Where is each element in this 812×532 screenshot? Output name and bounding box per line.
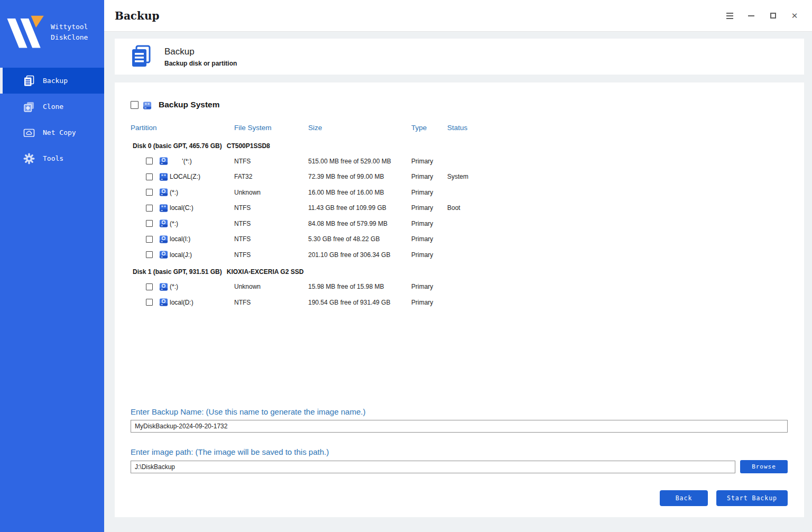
partition-cell: local(D:) xyxy=(131,298,234,307)
sidebar-item-label: Backup xyxy=(43,77,68,85)
size-cell: 72.39 MB free of 99.00 MB xyxy=(308,173,411,180)
sidebar-item-backup[interactable]: Backup xyxy=(0,68,104,94)
net-copy-icon xyxy=(23,127,35,139)
partition-checkbox[interactable] xyxy=(146,283,153,290)
partition-cell: LOCAL(Z:) xyxy=(131,172,234,181)
file-system-cell: Unknown xyxy=(234,189,308,196)
section-header-card: Backup Backup disk or partition xyxy=(115,39,804,75)
backup-system-label: Backup System xyxy=(159,100,219,109)
image-path-row: Browse xyxy=(131,460,788,473)
partition-checkbox[interactable] xyxy=(146,189,153,196)
partition-cell: local(I:) xyxy=(131,235,234,244)
partition-row[interactable]: (*:)Unknown16.00 MB free of 16.00 MBPrim… xyxy=(131,185,788,200)
partition-cell: local(J:) xyxy=(131,250,234,259)
partition-name: (*:) xyxy=(170,283,178,290)
disk-partition-icon xyxy=(159,235,168,244)
sidebar-item-net-copy[interactable]: Net Copy xyxy=(0,120,104,145)
partition-row[interactable]: local(D:)NTFS190.54 GB free of 931.49 GB… xyxy=(131,295,788,310)
sidebar-item-label: Tools xyxy=(43,154,63,162)
partition-row[interactable]: '(*:)NTFS515.00 MB free of 529.00 MBPrim… xyxy=(131,153,788,169)
section-header-text: Backup Backup disk or partition xyxy=(164,47,237,67)
partition-checkbox[interactable] xyxy=(146,205,153,212)
partition-name: (*:) xyxy=(170,220,178,227)
file-system-cell: NTFS xyxy=(234,235,308,243)
disk-partition-icon xyxy=(159,157,168,166)
col-file-system: File System xyxy=(234,124,308,132)
brand: Wittytool DiskClone xyxy=(0,0,104,51)
col-partition: Partition xyxy=(131,124,234,132)
partition-name: local(C:) xyxy=(170,204,193,212)
section-title: Backup xyxy=(164,47,237,57)
partition-name: '(*:) xyxy=(170,158,192,165)
sidebar-item-tools[interactable]: Tools xyxy=(0,145,104,171)
brand-line2: DiskClone xyxy=(51,32,88,43)
brand-text: Wittytool DiskClone xyxy=(51,22,88,43)
type-cell: Primary xyxy=(411,299,447,306)
file-system-cell: Unknown xyxy=(234,283,308,290)
page-title: Backup xyxy=(115,10,159,22)
system-disk-icon xyxy=(143,100,152,109)
disk-name: Disk 0 (basic GPT, 465.76 GB) xyxy=(133,142,222,150)
backup-docs-icon xyxy=(131,45,152,68)
partition-cell: local(C:) xyxy=(131,204,234,213)
disk-model: KIOXIA-EXCERIA G2 SSD xyxy=(227,268,304,276)
size-cell: 201.10 GB free of 306.34 GB xyxy=(308,251,411,259)
sidebar-item-label: Net Copy xyxy=(43,129,76,136)
start-backup-button[interactable]: Start Backup xyxy=(716,490,788,506)
gear-icon xyxy=(23,153,35,164)
minimize-icon[interactable] xyxy=(746,11,756,21)
partition-row[interactable]: (*:)Unknown15.98 MB free of 15.98 MBPrim… xyxy=(131,279,788,295)
partition-checkbox[interactable] xyxy=(146,236,153,243)
section-subtitle: Backup disk or partition xyxy=(164,60,237,67)
partition-checkbox[interactable] xyxy=(146,299,153,306)
backup-system-checkbox[interactable] xyxy=(131,101,139,109)
file-system-cell: NTFS xyxy=(234,220,308,227)
sidebar-item-label: Clone xyxy=(43,103,63,111)
file-system-cell: NTFS xyxy=(234,158,308,165)
disk-partition-icon xyxy=(159,219,168,228)
disk-header: Disk 0 (basic GPT, 465.76 GB)CT500P1SSD8 xyxy=(133,142,788,150)
disk-partition-icon xyxy=(159,172,168,181)
partition-row[interactable]: local(I:)NTFS5.30 GB free of 48.22 GBPri… xyxy=(131,232,788,247)
hamburger-menu-icon[interactable] xyxy=(725,11,734,21)
partition-row[interactable]: LOCAL(Z:)FAT3272.39 MB free of 99.00 MBP… xyxy=(131,169,788,185)
titlebar: Backup ✕ xyxy=(104,0,812,32)
partition-checkbox[interactable] xyxy=(146,173,153,180)
partition-row[interactable]: (*:)NTFS84.08 MB free of 579.99 MBPrimar… xyxy=(131,216,788,232)
col-status: Status xyxy=(447,124,788,132)
close-icon[interactable]: ✕ xyxy=(790,11,799,21)
partition-checkbox[interactable] xyxy=(146,220,153,227)
partition-checkbox[interactable] xyxy=(146,158,153,164)
type-cell: Primary xyxy=(411,235,447,243)
size-cell: 5.30 GB free of 48.22 GB xyxy=(308,235,411,243)
app-window: Wittytool DiskClone Backup xyxy=(0,0,812,532)
status-cell: Boot xyxy=(447,204,788,212)
file-system-cell: NTFS xyxy=(234,204,308,212)
image-path-input[interactable] xyxy=(131,461,735,473)
size-cell: 15.98 MB free of 15.98 MB xyxy=(308,283,411,290)
partition-groups: Disk 0 (basic GPT, 465.76 GB)CT500P1SSD8… xyxy=(131,142,788,310)
disk-group: Disk 0 (basic GPT, 465.76 GB)CT500P1SSD8… xyxy=(131,142,788,263)
clone-icon xyxy=(23,101,35,113)
partition-row[interactable]: local(J:)NTFS201.10 GB free of 306.34 GB… xyxy=(131,247,788,263)
partition-cell: '(*:) xyxy=(131,157,234,166)
file-system-cell: FAT32 xyxy=(234,173,308,180)
partition-checkbox[interactable] xyxy=(146,251,153,258)
type-cell: Primary xyxy=(411,220,447,227)
image-path-label: Enter image path: (The image will be sav… xyxy=(131,447,788,456)
size-cell: 16.00 MB free of 16.00 MB xyxy=(308,189,411,196)
disk-partition-icon xyxy=(159,188,168,197)
type-cell: Primary xyxy=(411,189,447,196)
backup-docs-icon xyxy=(23,75,35,87)
partition-name: (*:) xyxy=(170,189,178,196)
back-button[interactable]: Back xyxy=(660,490,708,506)
partition-row[interactable]: local(C:)NTFS11.43 GB free of 109.99 GBP… xyxy=(131,200,788,216)
disk-header: Disk 1 (basic GPT, 931.51 GB)KIOXIA-EXCE… xyxy=(133,268,788,276)
browse-button[interactable]: Browse xyxy=(740,460,788,473)
disk-group: Disk 1 (basic GPT, 931.51 GB)KIOXIA-EXCE… xyxy=(131,268,788,310)
maximize-icon[interactable] xyxy=(768,11,778,21)
sidebar-menu: Backup Clone xyxy=(0,68,104,171)
disk-name: Disk 1 (basic GPT, 931.51 GB) xyxy=(133,268,222,276)
backup-name-input[interactable] xyxy=(131,420,788,433)
sidebar-item-clone[interactable]: Clone xyxy=(0,94,104,120)
